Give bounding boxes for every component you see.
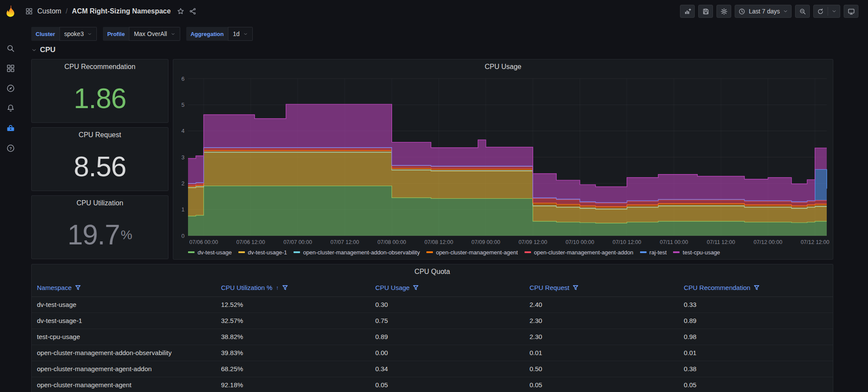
- zoom-out-button[interactable]: [795, 5, 810, 18]
- x-axis-label: 07/12 12:00: [801, 239, 829, 245]
- table-cell: 0.89: [370, 329, 524, 345]
- refresh-interval-chevron-icon[interactable]: [832, 9, 837, 14]
- panel-cpu-utilization: CPU Utilization 19.7 %: [31, 195, 168, 259]
- column-header-cpu-request[interactable]: CPU Request: [525, 279, 679, 296]
- favorite-star-icon[interactable]: [177, 7, 185, 15]
- y-axis-label: 6: [182, 76, 185, 82]
- dashboard-settings-gear-icon[interactable]: [716, 5, 731, 18]
- search-icon[interactable]: [0, 38, 20, 58]
- breadcrumb-section[interactable]: Custom: [37, 7, 61, 15]
- legend-item-raj-test[interactable]: raj-test: [640, 249, 667, 256]
- table-cell: 0.50: [525, 361, 679, 377]
- grafana-logo[interactable]: [4, 0, 17, 23]
- help-icon[interactable]: ?: [0, 138, 20, 158]
- time-range-label: Last 7 days: [749, 8, 780, 15]
- button-divider: [828, 7, 828, 16]
- legend-item-open-cluster-management-agent-addon[interactable]: open-cluster-management-agent-addon: [525, 249, 634, 256]
- column-header-namespace[interactable]: Namespace: [32, 279, 216, 296]
- kiosk-mode-monitor-icon[interactable]: [844, 5, 858, 18]
- dashboards-icon[interactable]: [0, 58, 20, 78]
- y-axis-label: 4: [182, 128, 185, 134]
- variable-cluster-value[interactable]: spoke3: [59, 27, 97, 41]
- legend-marker: [238, 251, 245, 253]
- legend-item-open-cluster-management-agent[interactable]: open-cluster-management-agent: [426, 249, 518, 256]
- table-cell: 0.33: [679, 296, 833, 313]
- table-cell: 39.83%: [216, 345, 370, 361]
- panel-cpu-quota: CPU Quota Namespace CPU Utilization % ↑: [31, 264, 833, 392]
- legend-marker: [188, 251, 195, 253]
- topbar-actions: Last 7 days: [680, 5, 858, 18]
- column-header-cpu-recommendation[interactable]: CPU Recommendation: [679, 279, 833, 296]
- explore-compass-icon[interactable]: [0, 78, 20, 98]
- y-axis-label: 1: [182, 206, 185, 213]
- x-axis-label: 07/07 00:00: [284, 239, 312, 245]
- dashboard-body: Cluster spoke3 Profile Max OverAll Aggre…: [21, 23, 868, 392]
- filter-funnel-icon: [754, 285, 759, 290]
- panel-title: CPU Request: [32, 128, 168, 142]
- table-row: test-cpu-usage38.82%0.892.300.98: [32, 329, 833, 345]
- table-cell: 0.30: [370, 296, 524, 313]
- chevron-down-icon: [783, 9, 788, 14]
- legend-label: dv-test-usage-1: [248, 249, 287, 256]
- variable-cluster-label: Cluster: [31, 27, 59, 41]
- share-icon[interactable]: [189, 7, 197, 15]
- x-axis-label: 07/10 12:00: [613, 239, 641, 245]
- table-cell: 0.01: [679, 345, 833, 361]
- cpu-quota-table: Namespace CPU Utilization % ↑ CPU Usage: [32, 279, 833, 392]
- variable-cluster: Cluster spoke3: [31, 27, 97, 41]
- row-header-cpu[interactable]: CPU: [31, 44, 56, 56]
- table-cell: 0.05: [370, 377, 524, 392]
- legend-label: dv-test-usage: [198, 249, 232, 256]
- chart-legend: dv-test-usagedv-test-usage-1open-cluster…: [173, 247, 833, 260]
- panel-title: CPU Recommendation: [32, 59, 168, 74]
- time-range-picker[interactable]: Last 7 days: [735, 5, 792, 18]
- table-row: open-cluster-management-addon-observabil…: [32, 345, 833, 361]
- table-cell: 0.38: [679, 361, 833, 377]
- stat-value-cpu-recommendation: 1.86: [74, 85, 126, 112]
- cell-namespace: test-cpu-usage: [32, 329, 216, 345]
- filter-funnel-icon: [413, 285, 419, 290]
- stat-value-cpu-utilization: 19.7: [67, 221, 120, 249]
- column-header-cpu-usage[interactable]: CPU Usage: [370, 279, 524, 296]
- row-title: CPU: [40, 46, 56, 54]
- save-dashboard-button[interactable]: [698, 5, 713, 18]
- cell-namespace: open-cluster-management-agent: [32, 377, 216, 392]
- table-cell: 92.18%: [216, 377, 370, 392]
- legend-item-open-cluster-management-addon-observability[interactable]: open-cluster-management-addon-observabil…: [294, 249, 420, 256]
- legend-label: open-cluster-management-addon-observabil…: [303, 249, 420, 256]
- refresh-button[interactable]: [813, 5, 840, 18]
- variable-aggregation-value[interactable]: 1d: [228, 27, 253, 41]
- add-panel-button[interactable]: [680, 5, 695, 18]
- app-plugin-toolbox-icon[interactable]: [0, 118, 20, 138]
- panel-title: CPU Quota: [32, 264, 833, 279]
- stat-value-cpu-request: 8.56: [74, 153, 126, 181]
- panel-title: CPU Usage: [173, 59, 833, 74]
- legend-item-dv-test-usage-1[interactable]: dv-test-usage-1: [238, 249, 287, 256]
- legend-item-test-cpu-usage[interactable]: test-cpu-usage: [673, 249, 720, 256]
- x-axis-label: 07/08 12:00: [425, 239, 453, 245]
- variable-profile-value[interactable]: Max OverAll: [129, 27, 180, 41]
- cell-namespace: dv-test-usage-1: [32, 313, 216, 329]
- legend-marker: [673, 251, 680, 253]
- refresh-icon: [817, 8, 824, 15]
- table-cell: 0.89: [679, 313, 833, 329]
- template-variables-row: Cluster spoke3 Profile Max OverAll Aggre…: [31, 25, 833, 43]
- chart-body: 012345607/06 00:0007/06 12:0007/07 00:00…: [173, 74, 833, 247]
- cpu-usage-chart[interactable]: 012345607/06 00:0007/06 12:0007/07 00:00…: [177, 74, 829, 247]
- cell-namespace: open-cluster-management-agent-addon: [32, 361, 216, 377]
- table-row: dv-test-usage-132.57%0.752.300.89: [32, 313, 833, 329]
- column-header-cpu-utilization[interactable]: CPU Utilization % ↑: [216, 279, 370, 296]
- y-axis-label: 2: [182, 180, 185, 187]
- legend-label: test-cpu-usage: [683, 249, 720, 256]
- y-axis-label: 5: [182, 102, 185, 108]
- legend-item-dv-test-usage[interactable]: dv-test-usage: [188, 249, 232, 256]
- table-cell: 0.98: [679, 329, 833, 345]
- chevron-down-icon: [171, 32, 175, 36]
- x-axis-label: 07/07 12:00: [330, 239, 359, 245]
- alerting-bell-icon[interactable]: [0, 98, 20, 118]
- chevron-down-icon: [243, 32, 248, 36]
- table-cell: 2.30: [525, 329, 679, 345]
- table-cell: 32.57%: [216, 313, 370, 329]
- table-header-row: Namespace CPU Utilization % ↑ CPU Usage: [32, 279, 833, 296]
- x-axis-label: 07/09 12:00: [518, 239, 547, 245]
